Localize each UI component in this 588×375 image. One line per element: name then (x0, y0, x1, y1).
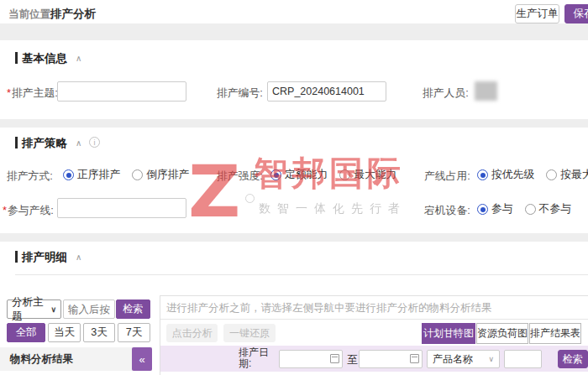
line-label: *参与产线: (3, 204, 54, 218)
radio-mode-forward[interactable]: 正序排产 (63, 168, 120, 182)
basic-info-title: 基本信息 (22, 51, 67, 66)
calendar-icon[interactable] (330, 354, 339, 363)
chevron-down-icon: ∨ (488, 355, 494, 363)
to-label: 至 (347, 353, 358, 367)
collapse-basic-icon[interactable]: ∧ (76, 54, 81, 63)
section-separator (0, 23, 588, 40)
material-result-title: 物料分析结果 (10, 352, 73, 367)
view-tab-results[interactable]: 排产结果表 (529, 323, 581, 344)
intensity-radio-group: 定额能力 最大能力 (270, 168, 396, 182)
detail-title: 排产明细 (22, 250, 67, 265)
section-accent-bar (15, 52, 18, 64)
breadcrumb-value: 排产分析 (50, 7, 96, 22)
analysis-subject-select-value: 分析主题 (12, 295, 50, 324)
section-accent-bar (15, 137, 18, 148)
divider (15, 274, 588, 275)
radio-selected-icon (477, 204, 488, 215)
radio-selected-icon (63, 169, 74, 180)
double-left-icon: « (139, 353, 144, 366)
radio-max-capacity[interactable]: 最大能力 (339, 168, 396, 182)
subject-label: *排产主题: (7, 86, 58, 101)
analyze-button[interactable]: 点击分析 (166, 324, 218, 342)
calendar-icon[interactable] (410, 354, 419, 363)
radio-icon (525, 204, 536, 215)
save-button[interactable]: 保存 (564, 4, 588, 23)
downtime-label: 宕机设备: (424, 204, 470, 218)
line-input[interactable] (57, 198, 186, 218)
mode-radio-group: 正序排产 倒序排产 (63, 168, 189, 182)
watermark-circle-icon (245, 194, 255, 203)
date-to-field (359, 350, 423, 368)
downtime-radio-group: 参与 不参与 (477, 202, 571, 216)
radio-mode-backward[interactable]: 倒序排产 (132, 168, 189, 182)
left-search-button[interactable]: 检索 (116, 299, 150, 319)
left-search-input[interactable] (63, 299, 115, 319)
radio-by-max-idle[interactable]: 按最大空闲 (546, 168, 588, 182)
tab-all[interactable]: 全部 (7, 323, 45, 342)
tab-today[interactable]: 当天 (48, 323, 81, 342)
radio-icon (546, 169, 557, 180)
filter-search-button[interactable]: 检索 (558, 350, 588, 368)
number-label: 排产编号: (217, 86, 263, 101)
restore-button[interactable]: 一键还原 (223, 324, 276, 342)
intensity-label: 排产强度: (217, 169, 263, 184)
required-mark: * (7, 86, 11, 99)
radio-downtime-skip[interactable]: 不参与 (525, 202, 571, 216)
mode-label: 排产方式: (7, 169, 53, 184)
view-tab-gantt[interactable]: 计划甘特图 (422, 323, 475, 344)
info-icon[interactable]: i (89, 137, 100, 148)
production-order-button[interactable]: 生产订单 (515, 4, 559, 23)
radio-icon (339, 169, 350, 180)
product-name-select-value: 产品名称 (433, 352, 473, 367)
section-separator (0, 119, 588, 128)
collapse-strategy-icon[interactable]: ∧ (76, 138, 81, 148)
section-separator (0, 233, 588, 242)
person-value-redacted (475, 81, 497, 101)
watermark-slogan: 数智一体化先行者 (259, 201, 407, 216)
product-keyword-input[interactable] (504, 350, 542, 368)
radio-quota-capacity[interactable]: 定额能力 (270, 168, 328, 182)
panel-hint-message: 进行排产分析之前，请选择左侧导航中要进行排产分析的物料分析结果 (166, 301, 492, 315)
subject-input[interactable] (57, 81, 186, 102)
tab-3days[interactable]: 3天 (83, 323, 115, 342)
radio-selected-icon (477, 169, 488, 180)
occupancy-radio-group: 按优先级 按最大空闲 (477, 168, 588, 182)
radio-icon (132, 169, 143, 180)
required-mark: * (3, 204, 7, 216)
page-排产分析: 当前位置: 排产分析 生产订单 保存 基本信息 ∧ *排产主题: 排产编号: 排… (0, 0, 588, 375)
person-label: 排产人员: (423, 86, 469, 101)
occupancy-label: 产线占用: (424, 169, 470, 184)
strategy-title: 排产策略 (22, 136, 67, 151)
watermark-logo: Z (188, 156, 240, 227)
radio-selected-icon (270, 169, 281, 180)
product-name-select[interactable]: 产品名称 ∨ (427, 350, 500, 368)
radio-downtime-join[interactable]: 参与 (477, 202, 513, 216)
collapse-detail-icon[interactable]: ∧ (76, 253, 81, 262)
chevron-down-icon: ∨ (50, 305, 56, 314)
section-accent-bar (15, 251, 18, 263)
analysis-subject-select[interactable]: 分析主题 ∨ (7, 299, 61, 319)
radio-by-priority[interactable]: 按优先级 (477, 168, 534, 182)
date-from-field (279, 350, 343, 368)
breadcrumb-label: 当前位置: (8, 8, 54, 22)
divider (160, 319, 588, 320)
view-tab-load[interactable]: 资源负荷图 (476, 323, 528, 344)
panel-collapse-button[interactable]: « (132, 347, 152, 371)
schedule-date-label: 排产日期: (239, 347, 274, 369)
number-input[interactable] (267, 81, 386, 102)
tab-7days[interactable]: 7天 (118, 323, 150, 342)
